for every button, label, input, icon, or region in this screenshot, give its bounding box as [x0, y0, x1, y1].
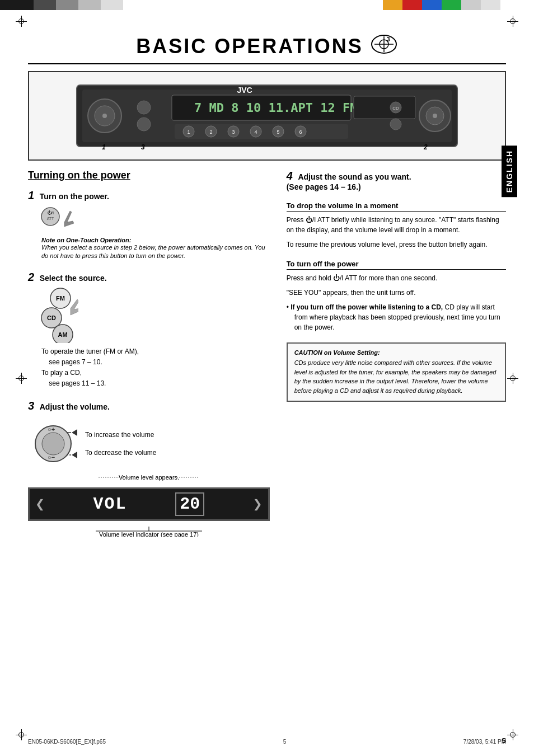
chevron-left-icon: ❮: [35, 495, 45, 514]
note-text: When you select a source in step 2 below…: [41, 243, 270, 261]
svg-text:1: 1: [187, 129, 190, 135]
color-block-2: [34, 0, 56, 10]
page-title: BASIC OPERATIONS: [136, 35, 363, 58]
drop-volume-title: To drop the volume in a moment: [287, 201, 506, 212]
vol-display: ❮ VOL 20 ❯: [28, 487, 270, 521]
title-icon: 3: [370, 34, 398, 59]
power-btn-svg: ⏻/I ATT: [39, 205, 84, 233]
source-buttons-svg: FM CD AM: [39, 287, 78, 343]
vol-level-indicator: Volume level indicator (see page 17): [28, 525, 270, 538]
vol-appears-text: Volume level appears.: [28, 473, 270, 483]
step-2-header: 2 Select the source.: [28, 271, 270, 284]
step-4-number: 4: [287, 170, 293, 182]
caution-box: CAUTION on Volume Setting: CDs produce v…: [287, 342, 506, 402]
svg-text:3: 3: [387, 36, 390, 43]
svg-text:2: 2: [423, 143, 428, 151]
step-1: 1 Turn on the power. ⏻/I ATT Note on One…: [28, 189, 270, 261]
svg-text:JVC: JVC: [237, 86, 252, 95]
svg-text:○−: ○−: [48, 454, 55, 461]
drop-volume-section: To drop the volume in a moment Press ⏻/I…: [287, 201, 506, 250]
turn-off-text2: "SEE YOU" appears, then the unit turns o…: [287, 288, 506, 298]
title-area: BASIC OPERATIONS 3: [28, 34, 506, 59]
color-block-gray1: [461, 0, 481, 10]
caution-title: CAUTION on Volume Setting:: [294, 349, 498, 356]
device-image: 7 MD 8 10 11.APT 12 FM0 JVC 1 2 3 4 5 6: [28, 71, 506, 161]
step-1-number: 1: [28, 189, 34, 201]
color-block-mid: [123, 0, 383, 10]
top-color-bar: [0, 0, 534, 10]
vol-arrow-labels: To increase the volume To decrease the v…: [85, 431, 156, 457]
color-block-blue: [422, 0, 442, 10]
step-4-header: 4 Adjust the sound as you want. (See pag…: [287, 170, 506, 191]
footer-right: 7/28/03, 5:41 PM: [463, 739, 506, 745]
color-block-white: [500, 0, 534, 10]
svg-text:3: 3: [232, 129, 235, 135]
footer-left: EN05-06KD-S6060[E_EX]f.p65: [28, 739, 106, 745]
step-2-number: 2: [28, 271, 34, 283]
main-columns: Turning on the power 1 Turn on the power…: [28, 170, 506, 548]
svg-point-14: [137, 118, 151, 131]
step-3-header: 3 Adjust the volume.: [28, 400, 270, 412]
svg-point-12: [102, 114, 107, 118]
source-buttons-area: FM CD AM: [39, 287, 270, 343]
svg-text:Volume level indicator (see pa: Volume level indicator (see page 17): [99, 531, 199, 537]
english-sidebar: ENGLISH: [502, 145, 517, 197]
color-block-yellow: [383, 0, 402, 10]
right-column: 4 Adjust the sound as you want. (See pag…: [287, 170, 506, 548]
svg-point-34: [390, 119, 401, 130]
svg-text:3: 3: [141, 143, 145, 151]
vol-text: VOL: [93, 495, 127, 514]
caution-text: CDs produce very little noise compared w…: [294, 358, 498, 395]
svg-text:CD: CD: [392, 106, 399, 111]
vol-knob-svg: ○+ ○−: [34, 416, 78, 472]
step-4-title: Adjust the sound as you want. (See pages…: [287, 172, 411, 191]
reg-mark-mid-right: [507, 373, 518, 384]
color-block-red: [402, 0, 422, 10]
step-2: 2 Select the source. FM CD AM: [28, 271, 270, 389]
reg-mark-bottom-right: [507, 729, 518, 740]
decrease-label: To decrease the volume: [85, 449, 156, 457]
svg-text:4: 4: [254, 129, 257, 135]
step-2-title: Select the source.: [40, 274, 107, 283]
color-block-4: [78, 0, 101, 10]
reg-mark-mid-left: [16, 373, 27, 384]
svg-text:2: 2: [209, 129, 212, 135]
title-underline: [28, 63, 506, 64]
svg-text:6: 6: [299, 129, 302, 135]
drop-volume-text2: To resume the previous volume level, pre…: [287, 240, 506, 250]
power-btn-area: ⏻/I ATT: [39, 205, 270, 233]
step-3: 3 Adjust the volume. ○+ ○−: [28, 400, 270, 538]
step-4: 4 Adjust the sound as you want. (See pag…: [287, 170, 506, 191]
step-1-header: 1 Turn on the power.: [28, 189, 270, 202]
turn-off-section: To turn off the power Press and hold ⏻/I…: [287, 260, 506, 332]
color-block-green: [442, 0, 461, 10]
bottom-bar: EN05-06KD-S6060[E_EX]f.p65 5 7/28/03, 5:…: [28, 739, 506, 745]
svg-text:1: 1: [102, 143, 106, 151]
color-block-gray2: [481, 0, 500, 10]
section-heading: Turning on the power: [28, 170, 270, 181]
chevron-right-icon: ❯: [253, 495, 263, 514]
color-block-3: [56, 0, 78, 10]
svg-text:FM: FM: [56, 295, 65, 302]
reg-mark-top-right: [507, 16, 518, 27]
turn-off-text1: Press and hold ⏻/I ATT for more than one…: [287, 273, 506, 283]
svg-text:ATT: ATT: [47, 217, 54, 220]
svg-rect-28: [354, 96, 415, 119]
increase-label: To increase the volume: [85, 431, 156, 439]
svg-point-13: [137, 101, 151, 114]
vol-num: 20: [175, 492, 204, 516]
svg-text:AM: AM: [58, 331, 67, 338]
svg-point-48: [42, 433, 64, 455]
step-1-note: Note on One-Touch Operation: When you se…: [41, 237, 270, 261]
step-3-number: 3: [28, 400, 34, 412]
turn-off-bullet: If you turn off the power while listenin…: [287, 302, 506, 332]
left-column: Turning on the power 1 Turn on the power…: [28, 170, 270, 548]
color-block-5: [101, 0, 123, 10]
reg-mark-top-left: [16, 16, 27, 27]
svg-point-31: [433, 114, 437, 118]
turn-off-title: To turn off the power: [287, 260, 506, 270]
svg-text:Volume level appears.: Volume level appears.: [119, 474, 179, 481]
color-block-1: [0, 0, 34, 10]
note-title: Note on One-Touch Operation:: [41, 237, 270, 243]
step-3-title: Adjust the volume.: [40, 402, 110, 411]
